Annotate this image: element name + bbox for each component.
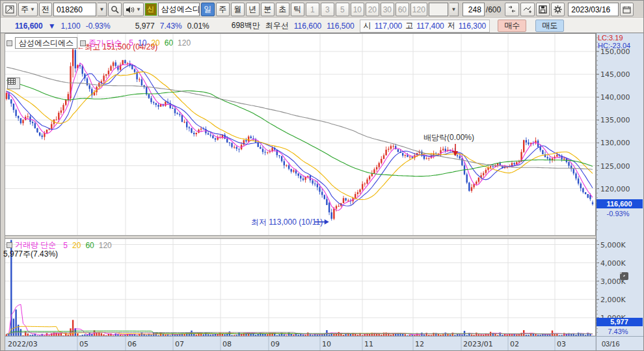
svg-text:140,000: 140,000 bbox=[600, 93, 630, 102]
chart-canvas[interactable]: 150,000145,000140,000135,000130,000125,0… bbox=[1, 33, 644, 351]
calendar-icon[interactable] bbox=[620, 3, 634, 16]
svg-text:09: 09 bbox=[271, 340, 280, 348]
x-right-label: 03/16 bbox=[602, 340, 620, 348]
sell-button[interactable]: 매도 bbox=[535, 20, 564, 32]
best-bid: 116,500 bbox=[327, 21, 355, 31]
trendline-tool-icon[interactable] bbox=[520, 3, 535, 16]
high-label: 고 bbox=[405, 20, 413, 31]
chevron-down-icon: ▼ bbox=[30, 7, 35, 12]
new-badge: 신 bbox=[145, 3, 157, 16]
svg-text:4,000K: 4,000K bbox=[600, 259, 626, 268]
volume-legend-checkbox[interactable] bbox=[7, 242, 12, 248]
svg-text:125,000: 125,000 bbox=[600, 162, 630, 171]
ma-period-120: 120 bbox=[178, 38, 191, 48]
current-price-label: 116,600 bbox=[606, 200, 632, 208]
code-dropdown-arrow[interactable]: ▼ bbox=[98, 3, 107, 16]
svg-text:08: 08 bbox=[222, 340, 232, 348]
volume-value: 5,977 bbox=[135, 21, 155, 31]
svg-text:02: 02 bbox=[510, 340, 519, 348]
svg-text:11: 11 bbox=[364, 340, 373, 348]
period-dropdown[interactable]: 주▼ bbox=[18, 3, 38, 16]
best-ask: 116,600 bbox=[294, 21, 322, 31]
stock-chart-window: 주▼ 전 ▼ ▼ 신 삼성에스디 일주월년분초틱 13510203060120 … bbox=[0, 0, 644, 351]
trade-value: 698백만 bbox=[232, 20, 260, 31]
change-percent: -0.93% bbox=[86, 21, 111, 31]
turnover-percent: 0.01% bbox=[187, 21, 209, 31]
left-splitter[interactable] bbox=[1, 33, 5, 351]
bar-count-input[interactable] bbox=[463, 3, 485, 16]
lc-label: LC:3.19 bbox=[598, 34, 623, 42]
interval-button-60[interactable]: 60 bbox=[396, 3, 409, 16]
date-field[interactable]: 2023/03/16 bbox=[568, 3, 619, 16]
svg-text:135,000: 135,000 bbox=[600, 116, 630, 124]
prev-stock-button[interactable]: 전 bbox=[39, 3, 52, 16]
stock-code-input[interactable] bbox=[53, 3, 96, 16]
svg-text:12: 12 bbox=[415, 340, 424, 348]
ma-period-10: 10 bbox=[138, 38, 146, 48]
period-tabs: 일주월년분초틱 bbox=[201, 3, 304, 16]
ma-period-20: 20 bbox=[151, 38, 159, 48]
gear-icon[interactable] bbox=[551, 3, 565, 16]
ma-period-20: 20 bbox=[72, 241, 81, 250]
open-price: 117,000 bbox=[375, 21, 403, 31]
hc-label: HC:-23.04 bbox=[598, 42, 630, 49]
volume-ma-periods: 52060120 bbox=[63, 241, 116, 250]
compare-cursor-icon[interactable] bbox=[505, 3, 519, 16]
tab-period-분[interactable]: 분 bbox=[261, 3, 275, 16]
interval-button-30[interactable]: 30 bbox=[381, 3, 394, 16]
buy-button[interactable]: 매수 bbox=[498, 20, 526, 32]
stock-legend-checkbox[interactable] bbox=[7, 40, 12, 46]
extra-interval-arrow[interactable]: ▼ bbox=[449, 3, 459, 16]
svg-text:10: 10 bbox=[322, 340, 331, 348]
tab-period-초[interactable]: 초 bbox=[276, 3, 289, 16]
speaker-icon[interactable]: ▼ bbox=[123, 3, 144, 16]
svg-text:2,000K: 2,000K bbox=[600, 296, 626, 304]
popup-chart-icon[interactable] bbox=[3, 3, 17, 16]
tab-period-일[interactable]: 일 bbox=[201, 3, 215, 16]
save-icon[interactable] bbox=[536, 3, 550, 16]
tab-period-주[interactable]: 주 bbox=[216, 3, 230, 16]
svg-text:2022/03: 2022/03 bbox=[8, 340, 38, 348]
ma-legend-checkbox[interactable] bbox=[80, 40, 86, 46]
interval-button-1[interactable]: 1 bbox=[306, 3, 319, 16]
search-icon[interactable] bbox=[108, 3, 122, 16]
annotation-ex-dividend: 배당락(0.00%) bbox=[423, 133, 474, 142]
svg-text:2023/01: 2023/01 bbox=[463, 340, 493, 348]
change-value: 1,100 bbox=[61, 21, 81, 31]
low-price: 116,300 bbox=[459, 21, 487, 31]
volume-ratio: 7.43% bbox=[160, 21, 182, 31]
interval-button-3[interactable]: 3 bbox=[321, 3, 334, 16]
interval-button-5[interactable]: 5 bbox=[336, 3, 349, 16]
tab-period-년[interactable]: 년 bbox=[246, 3, 260, 16]
interval-buttons: 13510203060120 bbox=[306, 3, 427, 16]
current-volume-pct: 7.43% bbox=[608, 328, 628, 335]
interval-button-120[interactable]: 120 bbox=[410, 3, 427, 16]
tab-period-틱[interactable]: 틱 bbox=[291, 3, 304, 16]
change-direction-icon: ▼ bbox=[48, 21, 56, 31]
open-label: 시 bbox=[364, 20, 371, 31]
toolbar: 주▼ 전 ▼ ▼ 신 삼성에스디 일주월년분초틱 13510203060120 … bbox=[1, 1, 644, 18]
best-quote-label: 최우선 bbox=[265, 20, 289, 31]
grid-icon[interactable] bbox=[7, 77, 20, 89]
interval-button-10[interactable]: 10 bbox=[351, 3, 364, 16]
ohl-group: 시 117,000 고 117,400 저 116,300 bbox=[360, 20, 490, 33]
svg-text:05: 05 bbox=[79, 340, 88, 348]
high-price: 117,400 bbox=[416, 21, 444, 31]
stock-name-field[interactable]: 삼성에스디 bbox=[158, 3, 200, 16]
ma-period-60: 60 bbox=[85, 241, 94, 250]
low-label: 저 bbox=[448, 20, 455, 31]
current-volume-label: 5,977 bbox=[610, 318, 628, 326]
period-dropdown-label: 주 bbox=[21, 4, 29, 15]
extra-interval-select[interactable] bbox=[429, 3, 448, 16]
maximize-icon[interactable] bbox=[620, 272, 628, 280]
ma-period-5: 5 bbox=[63, 241, 68, 250]
price-ma-periods: 5102060120 bbox=[129, 38, 195, 48]
svg-text:120,000: 120,000 bbox=[600, 185, 630, 193]
ma-period-60: 60 bbox=[165, 38, 173, 48]
quote-info-row: 116,600 ▼ 1,100 -0.93% 5,977 7.43% 0.01%… bbox=[1, 18, 644, 33]
interval-button-20[interactable]: 20 bbox=[366, 3, 379, 16]
ma-period-5: 5 bbox=[129, 38, 133, 48]
tab-period-월[interactable]: 월 bbox=[231, 3, 245, 16]
chart-area: 150,000145,000140,000135,000130,000125,0… bbox=[1, 33, 644, 351]
price-ma-label: 종가 단순 bbox=[88, 38, 122, 49]
